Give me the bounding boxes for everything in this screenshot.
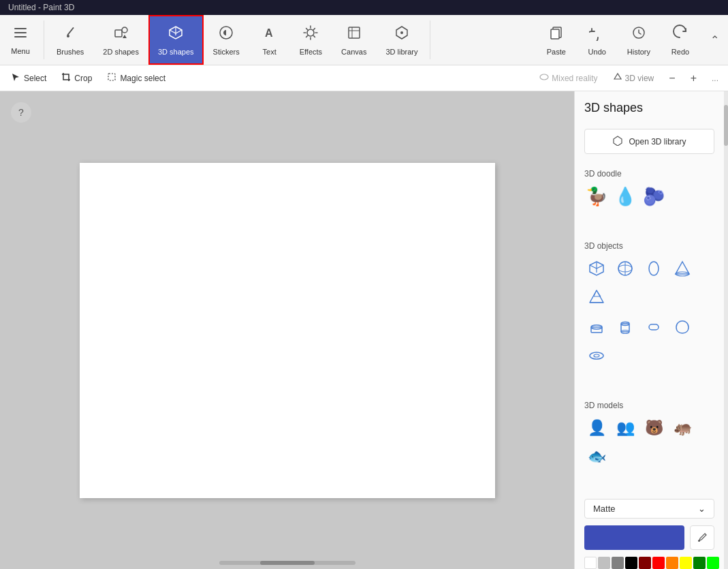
svg-rect-25: [649, 324, 659, 330]
library-button[interactable]: 3D library: [376, 15, 427, 65]
swatch-green[interactable]: [707, 557, 719, 569]
open-library-button[interactable]: Open 3D library: [584, 129, 714, 154]
menu-button[interactable]: Menu: [0, 15, 41, 65]
zoom-out-button[interactable]: −: [663, 70, 680, 87]
doodle-shape-2[interactable]: 💧: [613, 184, 637, 209]
eyedropper-button[interactable]: [690, 525, 714, 550]
material-select-button[interactable]: Matte ⌄: [584, 499, 714, 519]
swatch-white[interactable]: [584, 557, 597, 569]
shape-tube[interactable]: [642, 315, 666, 339]
view-3d-label: 3D view: [625, 74, 654, 83]
magic-select-icon: [107, 72, 116, 84]
chevron-down-icon: ⌄: [698, 504, 706, 514]
shape-sphere[interactable]: [613, 256, 637, 281]
canvas-scrollbar-thumb[interactable]: [260, 561, 315, 565]
magic-select-button[interactable]: Magic select: [100, 69, 172, 88]
swatch-orange[interactable]: [666, 557, 678, 569]
svg-rect-20: [591, 327, 602, 333]
model-person-2[interactable]: 👥: [613, 416, 637, 440]
model-person-1[interactable]: 👤: [584, 416, 609, 440]
shape-donut[interactable]: [584, 343, 609, 368]
right-panel-scrollbar-thumb[interactable]: [724, 105, 728, 146]
doodle-shape-1[interactable]: 🦆: [584, 184, 609, 209]
shape-cube[interactable]: [584, 256, 609, 281]
right-panel-scrollbar[interactable]: [724, 91, 728, 569]
main: ? 3D shapes Open 3D library 3D doodle: [0, 91, 728, 569]
more-button[interactable]: ...: [706, 71, 724, 86]
model-hippo[interactable]: 🦛: [670, 416, 695, 440]
library-icon: [394, 25, 410, 45]
history-button[interactable]: History: [618, 15, 660, 65]
undo-button[interactable]: Undo: [577, 15, 618, 65]
color-section: Matte ⌄: [575, 493, 724, 569]
model-bear[interactable]: 🐻: [642, 416, 666, 440]
svg-point-14: [540, 74, 548, 80]
swatch-darkred[interactable]: [639, 557, 651, 569]
stickers-label: Stickers: [213, 48, 240, 56]
shapes-2d-icon: [113, 25, 129, 45]
zoom-in-button[interactable]: +: [685, 70, 702, 87]
models-section: 3D models 👤 👥 🐻 🦛 🐟: [575, 393, 724, 482]
svg-point-4: [122, 27, 127, 33]
canvas-button[interactable]: Canvas: [332, 15, 376, 65]
shape-pyramid[interactable]: [584, 285, 609, 309]
brushes-button[interactable]: Brushes: [47, 15, 93, 65]
svg-rect-2: [14, 36, 27, 37]
svg-point-26: [590, 352, 603, 359]
crop-button[interactable]: Crop: [54, 69, 99, 88]
mixed-reality-button[interactable]: Mixed reality: [534, 70, 603, 87]
canvas-area[interactable]: ?: [0, 91, 574, 569]
swatch-darkgreen[interactable]: [693, 557, 706, 569]
secondary-toolbar: Select Crop Magic select Mixed reality 3…: [0, 65, 728, 91]
toolbar: Menu Brushes 2D shapes 3D shapes Sticker…: [0, 15, 728, 65]
swatch-yellow[interactable]: [680, 557, 692, 569]
paste-icon: [548, 25, 565, 45]
swatch-lgray[interactable]: [598, 557, 610, 569]
zoom-out-icon: −: [669, 72, 675, 84]
redo-button[interactable]: Redo: [660, 15, 701, 65]
swatch-red[interactable]: [652, 557, 665, 569]
svg-point-18: [649, 262, 659, 275]
redo-icon: [672, 25, 689, 45]
stickers-button[interactable]: Stickers: [204, 15, 249, 65]
shapes-2d-button[interactable]: 2D shapes: [93, 15, 148, 65]
svg-text:A: A: [265, 27, 273, 39]
view-3d-button[interactable]: 3D view: [607, 70, 660, 87]
shape-cone[interactable]: [670, 256, 695, 281]
panel-title: 3D shapes: [575, 91, 724, 121]
shapes-3d-button[interactable]: 3D shapes: [148, 15, 204, 65]
model-fish[interactable]: 🐟: [584, 444, 609, 469]
help-button[interactable]: ?: [11, 102, 31, 123]
history-label: History: [627, 48, 650, 56]
shape-cylinder-flat[interactable]: [584, 315, 609, 339]
shape-capsule[interactable]: [642, 256, 666, 281]
paste-button[interactable]: Paste: [536, 15, 577, 65]
swatch-gray[interactable]: [612, 557, 624, 569]
drawing-canvas[interactable]: [80, 163, 495, 498]
objects-label: 3D objects: [584, 241, 714, 251]
titlebar: Untitled - Paint 3D: [0, 0, 728, 15]
models-label: 3D models: [584, 401, 714, 410]
shape-blob[interactable]: [670, 315, 695, 339]
separator-2: [430, 20, 430, 59]
canvas-scrollbar[interactable]: [219, 561, 355, 565]
svg-point-9: [400, 31, 403, 34]
doodle-label: 3D doodle: [584, 169, 714, 179]
svg-point-7: [307, 29, 314, 36]
library-label: 3D library: [385, 48, 417, 56]
shape-cylinder[interactable]: [613, 315, 637, 339]
brushes-icon: [62, 25, 78, 45]
collapse-button[interactable]: ⌃: [701, 15, 728, 65]
history-icon: [631, 25, 647, 45]
toolbar-right: Paste Undo History Redo ⌃: [536, 15, 728, 65]
undo-label: Undo: [588, 48, 606, 56]
select-button[interactable]: Select: [4, 69, 53, 88]
cursor-icon: [11, 72, 20, 84]
active-color-swatch[interactable]: [584, 525, 684, 550]
effects-button[interactable]: Effects: [290, 15, 332, 65]
doodle-shape-3[interactable]: 🫐: [642, 184, 666, 209]
swatch-black[interactable]: [625, 557, 637, 569]
svg-point-27: [594, 354, 599, 357]
doodle-shapes-row: 🦆 💧 🫐: [584, 184, 714, 209]
text-button[interactable]: A Text: [249, 15, 290, 65]
